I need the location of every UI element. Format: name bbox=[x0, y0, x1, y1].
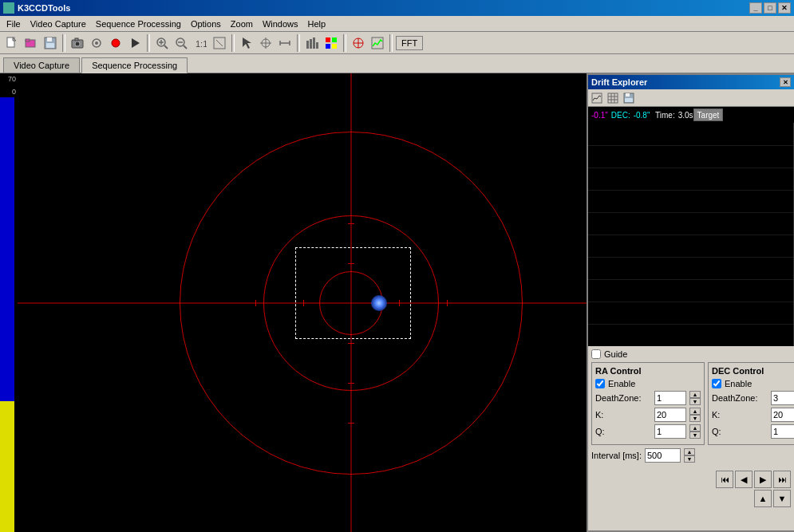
toolbar-crosshair[interactable] bbox=[257, 34, 275, 52]
tab-sequence-processing[interactable]: Sequence Processing bbox=[81, 57, 188, 73]
ra-q-up[interactable]: ▲ bbox=[689, 424, 701, 432]
chart-grid-h-8 bbox=[588, 301, 794, 302]
guide-checkbox[interactable] bbox=[591, 349, 601, 359]
nav-down[interactable]: ▼ bbox=[773, 490, 791, 507]
svg-marker-13 bbox=[132, 38, 140, 48]
interval-input[interactable] bbox=[645, 448, 681, 463]
drift-time-value: 3.0s bbox=[678, 111, 693, 120]
dec-deathzone-label: DeathZone: bbox=[712, 393, 768, 403]
maximize-button[interactable]: □ bbox=[764, 2, 776, 14]
toolbar-settings[interactable] bbox=[88, 34, 105, 52]
chart-grid-h-4 bbox=[588, 212, 794, 213]
toolbar-sep-4 bbox=[297, 34, 300, 52]
toolbar-save[interactable] bbox=[41, 34, 59, 52]
drift-toolbar bbox=[588, 89, 794, 107]
ra-k-row: K: ▲ ▼ bbox=[595, 408, 701, 422]
drift-tb-chart[interactable] bbox=[590, 91, 604, 105]
toolbar-fit[interactable] bbox=[211, 34, 228, 52]
toolbar-sep-2 bbox=[147, 34, 150, 52]
ra-k-up[interactable]: ▲ bbox=[689, 408, 701, 415]
svg-rect-5 bbox=[47, 37, 52, 41]
menu-windows[interactable]: Windows bbox=[258, 18, 303, 30]
chart-grid-h-1 bbox=[588, 145, 794, 146]
minimize-button[interactable]: _ bbox=[749, 2, 762, 14]
ra-control-box: RA Control Enable DeathZone: ▲ ▼ bbox=[591, 362, 705, 445]
ra-q-down[interactable]: ▼ bbox=[689, 432, 701, 439]
toolbar-record[interactable] bbox=[107, 34, 124, 52]
toolbar-zoom-out[interactable] bbox=[172, 34, 190, 52]
drift-explorer-window: Drift Explorer ✕ -0.1" DEC: -0 bbox=[587, 73, 794, 532]
drift-chart bbox=[588, 123, 794, 346]
hist-top-label: 70 bbox=[8, 75, 16, 83]
ra-q-input[interactable] bbox=[654, 424, 686, 439]
drift-dec-label: DEC: bbox=[611, 111, 630, 120]
toolbar-palette[interactable] bbox=[322, 34, 340, 52]
drift-dec-value: -0.8" bbox=[634, 111, 650, 120]
svg-rect-38 bbox=[332, 44, 337, 49]
dec-deathzone-row: DeathZone: ▲ ▼ bbox=[712, 391, 794, 405]
drift-controls: Guide RA Control Enable Death bbox=[588, 346, 794, 469]
drift-tb-grid[interactable] bbox=[606, 91, 620, 105]
toolbar-guide[interactable] bbox=[350, 34, 367, 52]
menu-zoom[interactable]: Zoom bbox=[226, 18, 258, 30]
drift-target-button[interactable]: Target bbox=[693, 108, 724, 121]
svg-rect-37 bbox=[326, 44, 330, 49]
toolbar-fft-button[interactable]: FFT bbox=[396, 36, 423, 50]
dec-enable-checkbox[interactable] bbox=[712, 379, 721, 388]
toolbar-drift[interactable] bbox=[369, 34, 386, 52]
dec-deathzone-input[interactable] bbox=[771, 391, 794, 405]
toolbar-play[interactable] bbox=[126, 34, 144, 52]
toolbar-measure[interactable] bbox=[276, 34, 294, 52]
toolbar-open[interactable] bbox=[22, 34, 40, 52]
menu-file[interactable]: File bbox=[2, 18, 26, 30]
chart-grid-h-7 bbox=[588, 279, 794, 280]
nav-next-end[interactable]: ⏭ bbox=[773, 471, 791, 488]
dec-q-input[interactable] bbox=[771, 424, 794, 439]
histogram-panel: 70 0 bbox=[0, 73, 18, 532]
toolbar-cursor[interactable] bbox=[238, 34, 255, 52]
dec-k-input[interactable] bbox=[771, 408, 794, 422]
svg-rect-31 bbox=[306, 41, 309, 49]
menu-sequence-processing[interactable]: Sequence Processing bbox=[91, 18, 186, 30]
nav-prev-start[interactable]: ⏮ bbox=[716, 471, 733, 488]
dec-control-group: DEC Control Enable DeathZone: ▲ ▼ bbox=[708, 362, 794, 448]
nav-next[interactable]: ▶ bbox=[754, 471, 772, 488]
drift-close-btn[interactable]: ✕ bbox=[780, 77, 791, 87]
drift-title: Drift Explorer bbox=[591, 77, 647, 87]
drift-tb-save[interactable] bbox=[622, 91, 636, 105]
ra-k-input[interactable] bbox=[654, 408, 686, 422]
ra-enable-checkbox[interactable] bbox=[595, 379, 605, 388]
toolbar-zoom-in[interactable] bbox=[153, 34, 171, 52]
close-button[interactable]: ✕ bbox=[778, 2, 791, 14]
ra-deathzone-down[interactable]: ▼ bbox=[689, 398, 701, 405]
window-controls: _ □ ✕ bbox=[749, 2, 791, 14]
ra-deathzone-input[interactable] bbox=[654, 391, 686, 405]
ra-deathzone-up[interactable]: ▲ bbox=[689, 391, 701, 398]
tab-video-capture[interactable]: Video Capture bbox=[3, 57, 80, 73]
tick-v-4 bbox=[348, 383, 354, 384]
svg-rect-34 bbox=[316, 42, 318, 49]
tick-v-3 bbox=[348, 343, 354, 344]
title-bar: K3CCDTools _ □ ✕ bbox=[0, 0, 794, 16]
ra-k-down[interactable]: ▼ bbox=[689, 415, 701, 422]
menu-options[interactable]: Options bbox=[186, 18, 226, 30]
interval-up[interactable]: ▲ bbox=[684, 448, 695, 455]
menu-help[interactable]: Help bbox=[303, 18, 331, 30]
nav-prev[interactable]: ◀ bbox=[735, 471, 753, 488]
nav-up[interactable]: ▲ bbox=[754, 490, 772, 507]
chart-grid-h-5 bbox=[588, 234, 794, 235]
interval-down[interactable]: ▼ bbox=[684, 455, 695, 463]
tick-h-1 bbox=[255, 300, 256, 306]
toolbar-histogram[interactable] bbox=[303, 34, 321, 52]
drift-time-label: Time: bbox=[653, 111, 674, 120]
ra-q-row: Q: ▲ ▼ bbox=[595, 424, 701, 439]
svg-rect-50 bbox=[626, 93, 630, 97]
selection-box[interactable] bbox=[295, 247, 411, 339]
menu-video-capture[interactable]: Video Capture bbox=[26, 18, 91, 30]
view-area[interactable]: Drift Explorer ✕ -0.1" DEC: -0 bbox=[18, 73, 794, 532]
dec-q-row: Q: ▲ ▼ bbox=[712, 424, 794, 439]
dec-control-box: DEC Control Enable DeathZone: ▲ ▼ bbox=[708, 362, 794, 445]
toolbar-camera[interactable] bbox=[69, 34, 86, 52]
toolbar-new[interactable] bbox=[3, 34, 21, 52]
toolbar-zoom-1[interactable]: 1:1 bbox=[192, 34, 209, 52]
